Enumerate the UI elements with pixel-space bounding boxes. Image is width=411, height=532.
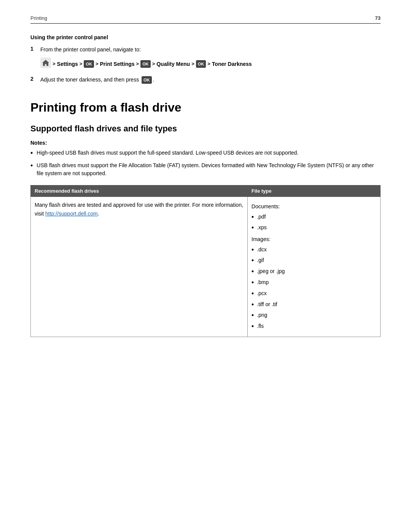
nav-arrow-6: > [191,60,194,68]
col-filetype-header: File type [247,185,380,197]
flash-drives-table: Recommended flash drives File type Many … [30,185,381,337]
file-type-png: .png [252,311,376,321]
nav-arrow-4: > [136,60,139,68]
sub-heading: Supported flash drives and file types [30,124,381,134]
control-panel-title: Using the printer control panel [30,34,381,40]
file-type-jpeg: .jpeg or .jpg [252,267,376,277]
header-section-label: Printing [30,15,47,21]
ok-badge-3: OK [196,60,206,68]
ok-badge-2: OK [140,60,151,68]
col-recommended-header: Recommended flash drives [31,185,248,197]
file-type-tiff: .tiff or .tif [252,300,376,310]
step-1-content: From the printer control panel, navigate… [40,46,252,70]
dell-support-link[interactable]: http://support.dell.com [45,211,98,217]
nav-print-settings-label: Print Settings [100,60,135,68]
step-2-text: Adjust the toner darkness, and then pres… [40,77,139,83]
step-2-suffix: . [153,77,155,83]
page-header: Printing 73 [30,15,381,24]
header-page-number: 73 [375,15,381,21]
table-row: Many flash drives are tested and approve… [31,197,381,337]
col-recommended-cell: Many flash drives are tested and approve… [31,197,248,337]
nav-arrow-5: > [152,60,155,68]
notes-list: High-speed USB flash drives must support… [30,149,381,177]
control-panel-section: Using the printer control panel 1 From t… [30,34,381,84]
nav-arrow-2: > [80,60,83,68]
step-2-content: Adjust the toner darkness, and then pres… [40,76,154,84]
ok-badge-1: OK [84,60,94,68]
note-text-1: High-speed USB flash drives must support… [37,149,298,157]
recommended-text-suffix: . [98,211,99,217]
docs-category-label: Documents: [252,202,376,211]
note-item-2: USB flash drives must support the File A… [30,161,381,177]
note-item-1: High-speed USB flash drives must support… [30,149,381,158]
step-1-text: From the printer control panel, navigate… [40,46,141,53]
page-container: Printing 73 Using the printer control pa… [0,0,411,369]
ok-badge-4: OK [142,76,152,84]
images-list: .dcx .gif .jpeg or .jpg .bmp .pcx .tiff … [252,245,376,332]
nav-quality-menu-label: Quality Menu [156,60,190,68]
nav-arrow-3: > [96,60,99,68]
step-1-number: 1 [30,46,40,52]
images-category-label: Images: [252,235,376,243]
note-text-2: USB flash drives must support the File A… [37,161,381,177]
file-type-fls: .fls [252,322,376,332]
file-type-gif: .gif [252,256,376,266]
nav-settings-label: Settings [57,60,78,68]
file-type-pcx: .pcx [252,289,376,299]
step-2: 2 Adjust the toner darkness, and then pr… [30,76,381,84]
nav-arrow-1: > [53,60,56,68]
step-1: 1 From the printer control panel, naviga… [30,46,381,70]
file-type-dcx: .dcx [252,245,376,256]
nav-arrow-7: > [207,60,210,68]
main-heading: Printing from a flash drive [30,96,381,115]
file-type-bmp: .bmp [252,278,376,288]
file-type-xps: .xps [252,223,376,233]
nav-toner-darkness-label: Toner Darkness [212,60,252,68]
nav-path: > Settings > OK > Print Settings > OK > … [40,58,252,70]
home-icon [40,58,51,70]
docs-list: .pdf .xps [252,212,376,234]
file-type-pdf: .pdf [252,212,376,223]
notes-label: Notes: [30,140,381,146]
table-header-row: Recommended flash drives File type [31,185,381,197]
step-2-number: 2 [30,76,40,82]
col-filetype-cell: Documents: .pdf .xps Images: .dcx .gif .… [247,197,380,337]
